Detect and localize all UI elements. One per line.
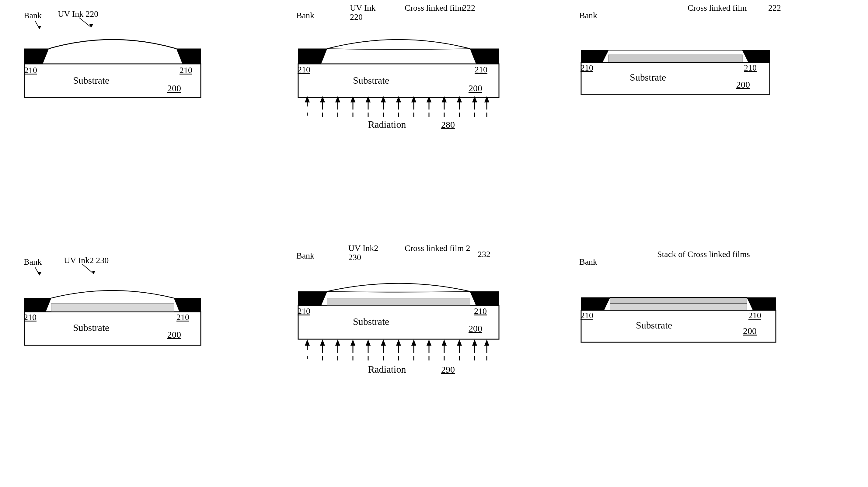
svg-text:280: 280: [441, 120, 455, 130]
label-cross-linked-d2: Cross linked film: [405, 3, 464, 13]
svg-text:Substrate: Substrate: [353, 75, 389, 86]
svg-marker-89: [306, 341, 309, 345]
label-uv-ink-d2: UV Ink: [350, 3, 375, 13]
svg-marker-62: [581, 50, 609, 62]
svg-marker-25: [351, 97, 355, 102]
svg-marker-37: [442, 97, 446, 102]
svg-text:Substrate: Substrate: [636, 320, 672, 331]
diagram-2: Substrate 200 210 210: [292, 12, 511, 134]
label-cross-num2-d5: 232: [478, 250, 490, 259]
svg-rect-85: [327, 298, 470, 306]
svg-marker-39: [458, 97, 461, 102]
label-uv-ink2-d5: UV Ink2: [348, 244, 378, 253]
svg-text:210: 210: [475, 65, 487, 74]
svg-text:210: 210: [298, 306, 310, 316]
svg-text:210: 210: [24, 65, 37, 75]
svg-marker-23: [336, 97, 340, 102]
svg-marker-19: [306, 97, 309, 102]
svg-rect-59: [581, 62, 770, 94]
svg-rect-73: [51, 303, 174, 312]
svg-marker-21: [321, 97, 324, 102]
svg-text:210: 210: [748, 311, 761, 320]
svg-marker-111: [473, 341, 476, 345]
svg-text:200: 200: [167, 329, 181, 339]
svg-marker-79: [92, 271, 96, 274]
svg-marker-113: [485, 341, 489, 345]
svg-marker-33: [412, 97, 415, 102]
svg-marker-105: [427, 341, 431, 345]
svg-text:210: 210: [581, 63, 593, 72]
page: Substrate 200 210 210 Bank UV Ink 220: [0, 0, 868, 487]
label-cross-linked2-d5: Cross linked film 2: [405, 244, 470, 253]
svg-text:Radiation: Radiation: [368, 364, 406, 375]
svg-rect-80: [298, 306, 499, 339]
svg-marker-63: [742, 50, 770, 62]
svg-marker-95: [351, 341, 355, 345]
svg-marker-3: [24, 49, 49, 64]
svg-rect-68: [24, 312, 201, 345]
svg-text:Substrate: Substrate: [73, 322, 109, 333]
svg-marker-29: [381, 97, 385, 102]
svg-text:Radiation: Radiation: [368, 119, 406, 130]
svg-marker-41: [473, 97, 476, 102]
svg-marker-132: [581, 297, 610, 310]
svg-marker-71: [24, 298, 51, 312]
svg-marker-101: [397, 341, 400, 345]
svg-marker-133: [747, 297, 776, 310]
svg-marker-35: [427, 97, 431, 102]
svg-marker-91: [321, 341, 324, 345]
svg-marker-99: [381, 341, 385, 345]
svg-marker-14: [298, 49, 327, 64]
svg-text:210: 210: [474, 306, 487, 316]
label-uv-ink2-num-d5: 230: [348, 253, 361, 262]
svg-line-78: [82, 264, 94, 274]
svg-text:200: 200: [167, 83, 181, 93]
svg-text:200: 200: [468, 83, 482, 93]
svg-rect-134: [610, 297, 747, 303]
label-cross-num-d3: 222: [768, 3, 781, 13]
svg-marker-109: [458, 341, 461, 345]
svg-text:210: 210: [744, 63, 757, 72]
label-cross-linked-d3: Cross linked film: [688, 3, 747, 13]
svg-marker-31: [397, 97, 400, 102]
label-bank-left-d5: Bank: [296, 251, 314, 261]
svg-line-9: [79, 18, 91, 27]
label-bank-left-d3: Bank: [579, 11, 597, 21]
label-cross-num-d2: 222: [462, 3, 475, 13]
svg-marker-97: [366, 341, 370, 345]
svg-marker-107: [442, 341, 446, 345]
svg-marker-10: [89, 24, 93, 27]
svg-text:210: 210: [177, 313, 189, 322]
diagram-6: Substrate 200 210 210 Bank Stack of Cros…: [575, 259, 788, 344]
svg-marker-103: [412, 341, 415, 345]
svg-text:Substrate: Substrate: [353, 316, 389, 327]
svg-text:210: 210: [180, 65, 192, 75]
svg-rect-135: [610, 303, 747, 310]
svg-marker-93: [336, 341, 340, 345]
svg-text:210: 210: [581, 311, 593, 320]
svg-marker-43: [485, 97, 489, 102]
svg-text:Substrate: Substrate: [630, 72, 666, 83]
svg-text:210: 210: [24, 313, 36, 322]
svg-rect-64: [609, 55, 742, 62]
svg-marker-15: [470, 49, 499, 64]
svg-text:290: 290: [441, 364, 455, 375]
label-bank-left-d6: Bank: [579, 257, 597, 267]
svg-marker-72: [174, 298, 201, 312]
label-stack-d6: Stack of Cross linked films: [657, 250, 750, 259]
svg-text:200: 200: [736, 79, 750, 90]
svg-marker-4: [177, 49, 201, 64]
svg-text:Substrate: Substrate: [73, 75, 109, 86]
diagram-5: Substrate 200 210 210: [292, 253, 511, 380]
svg-text:200: 200: [743, 326, 757, 336]
diagram-4: Substrate 200 210 210 Bank UV Ink2 230: [18, 259, 213, 356]
svg-marker-83: [298, 291, 327, 306]
svg-marker-27: [366, 97, 370, 102]
diagram-3: Substrate 200 210 210 Bank Cross linked …: [575, 12, 782, 97]
svg-marker-77: [38, 272, 41, 275]
svg-text:200: 200: [468, 323, 482, 333]
svg-marker-84: [470, 291, 499, 306]
label-bank-left-d2: Bank: [296, 11, 314, 21]
label-uv-ink-num-d2: 220: [350, 12, 363, 22]
svg-text:210: 210: [298, 65, 310, 74]
